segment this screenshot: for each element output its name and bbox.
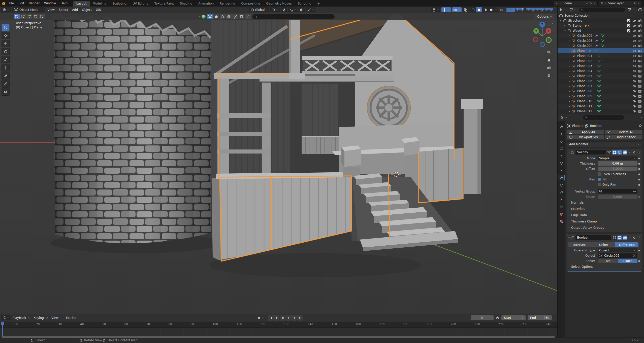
solver-button[interactable]: Fast [598, 259, 618, 263]
object-type-icon[interactable] [571, 34, 576, 38]
object-name[interactable]: Plane.003 [577, 64, 592, 68]
modifier-badge-icon[interactable] [595, 34, 598, 38]
workspace-tab[interactable]: UV Editing [130, 1, 151, 7]
gis-tool-curve[interactable] [245, 14, 251, 19]
disable-in-render-toggle[interactable] [637, 24, 642, 28]
drag-handle-icon[interactable] [637, 236, 640, 240]
tool-select-box[interactable] [2, 24, 10, 31]
snap-toggle[interactable] [281, 7, 287, 12]
object-type-icon[interactable] [571, 49, 576, 53]
expand-caret[interactable]: ▾ [559, 19, 562, 22]
tab-scene[interactable] [558, 153, 565, 159]
object-type-icon[interactable] [571, 74, 576, 78]
tool-search-input[interactable] [258, 15, 333, 19]
mesh-data-icon[interactable] [597, 59, 601, 63]
object-name[interactable]: Plane.006 [577, 79, 592, 83]
breadcrumb-object[interactable]: Plane [572, 124, 581, 128]
disable-in-render-toggle[interactable] [637, 19, 642, 23]
expand-caret[interactable]: ▾ [563, 29, 567, 32]
boolean-operation-button[interactable]: Difference [615, 242, 638, 247]
boolean-operation-button[interactable]: Union [592, 242, 615, 247]
outliner-row[interactable]: ▸Plane [558, 48, 644, 53]
shading-material-button[interactable] [482, 7, 488, 12]
expand-caret[interactable]: ▸ [568, 105, 571, 107]
modifier-display-toggle[interactable] [612, 150, 617, 155]
tab-tool[interactable] [558, 124, 565, 129]
mesh-data-icon[interactable] [597, 99, 601, 103]
hide-in-viewport-toggle[interactable] [631, 84, 637, 88]
disable-in-render-toggle[interactable] [637, 109, 642, 113]
disable-in-render-toggle[interactable] [637, 94, 642, 98]
workspace-tab[interactable]: Shading [177, 1, 195, 7]
disable-in-render-toggle[interactable] [637, 84, 642, 88]
gis-tool-droplet[interactable] [220, 14, 226, 19]
new-collection-button[interactable] [637, 7, 643, 12]
qcd-slot[interactable] [520, 8, 524, 10]
exclude-checkbox[interactable] [626, 19, 631, 23]
shading-wireframe-button[interactable] [470, 7, 476, 12]
select-mode-subtract[interactable] [26, 14, 32, 19]
invert-vertex-group-icon[interactable] [632, 189, 636, 193]
hide-in-viewport-toggle[interactable] [631, 109, 637, 113]
current-frame-field[interactable]: 0 [471, 315, 494, 320]
object-type-icon[interactable] [562, 19, 567, 23]
only-rim-checkbox[interactable]: ✓ [598, 183, 601, 186]
timeline-track[interactable] [0, 328, 557, 336]
copy-icon[interactable] [634, 2, 636, 5]
viewport-menu-item[interactable]: Add [70, 8, 80, 12]
close-icon[interactable] [593, 2, 596, 5]
frame-end-field[interactable]: End250 [528, 315, 552, 320]
expand-caret[interactable]: ▸ [568, 80, 571, 82]
expand-caret[interactable]: ▸ [563, 24, 567, 27]
object-name[interactable]: Plane.011 [577, 104, 592, 108]
disable-in-render-toggle[interactable] [637, 49, 642, 53]
modifier-display-toggle[interactable] [617, 236, 622, 240]
hide-in-viewport-toggle[interactable] [631, 64, 637, 68]
scene-selector[interactable]: Scene [554, 1, 597, 6]
disable-in-render-toggle[interactable] [637, 104, 642, 108]
hide-in-viewport-toggle[interactable] [631, 104, 637, 108]
tab-texture[interactable] [558, 219, 565, 224]
workspace-tab[interactable]: + [314, 1, 323, 7]
modifier-subsection[interactable]: ›Thickness Clamp [567, 218, 642, 224]
jump-to-start-button[interactable] [268, 315, 274, 321]
object-name[interactable]: Plane.010 [577, 99, 592, 103]
proportional-editing-toggle[interactable] [299, 7, 305, 12]
object-name[interactable]: Wood [573, 29, 581, 32]
qcd-slot[interactable] [516, 10, 520, 12]
tool-add-cube[interactable] [2, 88, 10, 96]
modifier-name-field[interactable]: Solidify [575, 150, 606, 155]
close-icon[interactable] [637, 2, 640, 5]
object-type-icon[interactable] [571, 54, 576, 58]
tool-scale[interactable] [2, 56, 10, 63]
timeline-editor-type-button[interactable] [1, 315, 11, 320]
object-name[interactable]: Plane.005 [577, 74, 592, 78]
hide-in-viewport-toggle[interactable] [631, 24, 637, 28]
solidify-offset-field[interactable]: -1.0000 [598, 167, 637, 171]
mesh-data-icon[interactable] [597, 109, 601, 113]
object-name[interactable]: Circle.003 [577, 39, 592, 43]
disable-in-render-toggle[interactable] [637, 54, 642, 58]
outliner-row[interactable]: ▾Wood [558, 28, 644, 33]
next-keyframe-button[interactable] [291, 315, 297, 321]
hide-in-viewport-toggle[interactable] [631, 89, 637, 93]
exclude-checkbox[interactable] [626, 29, 631, 33]
hide-in-viewport-toggle[interactable] [631, 29, 637, 33]
tool-measure[interactable] [2, 80, 10, 88]
gizmo-negative-z-axis[interactable] [540, 42, 544, 47]
transform-orientation-select[interactable]: Global [249, 7, 269, 12]
timeline-menu-item[interactable]: View [49, 316, 64, 320]
sidebar-collapse-chevron[interactable]: ‹ [552, 21, 553, 25]
qcd-slot[interactable] [531, 10, 535, 12]
modifier-subsection[interactable]: ›Materials [567, 206, 642, 212]
object-type-icon[interactable] [571, 59, 576, 63]
workspace-tab[interactable]: Modeling [90, 1, 110, 7]
qcd-slot[interactable] [511, 8, 515, 10]
tab-object-data[interactable] [558, 204, 565, 210]
qcd-slot[interactable] [535, 8, 540, 10]
object-name[interactable]: Plane.008 [577, 89, 592, 93]
mesh-data-icon[interactable] [601, 39, 605, 43]
mesh-data-icon[interactable] [597, 74, 601, 78]
object-name[interactable]: Plane [577, 49, 586, 53]
workspace-tab[interactable]: Scripting [295, 1, 314, 7]
